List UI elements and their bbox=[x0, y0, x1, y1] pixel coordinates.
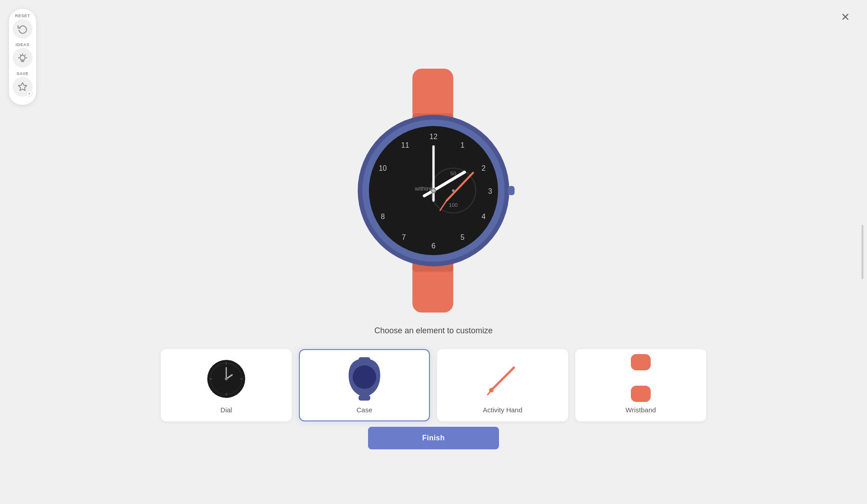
svg-text:11: 11 bbox=[401, 141, 409, 149]
dial-label: Dial bbox=[220, 406, 232, 414]
save-icon bbox=[18, 82, 28, 92]
svg-rect-48 bbox=[359, 395, 370, 401]
watch-area: 12 1 2 3 4 5 6 7 8 10 bbox=[125, 18, 742, 504]
cards-container: Dial Case bbox=[125, 349, 742, 421]
svg-line-3 bbox=[25, 55, 25, 55]
svg-text:7: 7 bbox=[402, 233, 406, 241]
main-container: ✕ RESET IDEAS bbox=[0, 0, 867, 504]
close-icon: ✕ bbox=[841, 11, 850, 23]
wristband-preview bbox=[618, 356, 663, 401]
svg-text:3: 3 bbox=[488, 187, 492, 195]
svg-text:100: 100 bbox=[449, 202, 458, 208]
svg-text:4: 4 bbox=[481, 212, 485, 220]
card-case[interactable]: Case bbox=[299, 349, 430, 421]
instruction-text: Choose an element to customize bbox=[374, 326, 493, 336]
svg-point-52 bbox=[489, 388, 494, 392]
svg-point-46 bbox=[225, 378, 228, 380]
ideas-icon bbox=[18, 53, 28, 63]
svg-text:2: 2 bbox=[481, 164, 485, 172]
reset-label: RESET bbox=[15, 14, 30, 18]
svg-rect-47 bbox=[359, 357, 370, 363]
ideas-label: IDEAS bbox=[15, 42, 29, 47]
finish-button[interactable]: Finish bbox=[368, 427, 499, 449]
sidebar-item-save: SAVE + bbox=[13, 71, 33, 97]
activity-hand-label: Activity Hand bbox=[483, 406, 522, 414]
scrollbar[interactable] bbox=[862, 225, 863, 279]
ideas-button[interactable] bbox=[13, 48, 33, 68]
svg-text:10: 10 bbox=[379, 164, 387, 172]
svg-text:50: 50 bbox=[450, 170, 456, 176]
sidebar: RESET IDEAS bbox=[9, 9, 36, 105]
card-dial[interactable]: Dial bbox=[161, 349, 292, 421]
svg-point-37 bbox=[432, 189, 435, 192]
watch-svg: 12 1 2 3 4 5 6 7 8 10 bbox=[334, 69, 533, 313]
svg-text:8: 8 bbox=[381, 212, 385, 220]
save-label: SAVE bbox=[17, 71, 29, 76]
svg-rect-13 bbox=[508, 186, 515, 195]
svg-line-1 bbox=[20, 55, 21, 55]
reset-button[interactable] bbox=[13, 19, 33, 39]
card-wristband[interactable]: Wristband bbox=[575, 349, 706, 421]
svg-rect-53 bbox=[631, 354, 651, 370]
svg-line-50 bbox=[491, 368, 514, 390]
close-button[interactable]: ✕ bbox=[837, 9, 853, 25]
watch-container: 12 1 2 3 4 5 6 7 8 10 bbox=[325, 64, 542, 317]
activity-hand-preview bbox=[480, 356, 525, 401]
sidebar-item-ideas: IDEAS bbox=[13, 42, 33, 68]
case-label: Case bbox=[356, 406, 372, 414]
dial-preview bbox=[204, 356, 249, 401]
svg-rect-54 bbox=[631, 386, 651, 402]
reset-icon bbox=[18, 24, 28, 34]
card-activity-hand[interactable]: Activity Hand bbox=[437, 349, 568, 421]
svg-text:1: 1 bbox=[461, 141, 465, 149]
finish-button-container: Finish bbox=[368, 427, 499, 449]
sidebar-item-reset: RESET bbox=[13, 14, 33, 39]
save-button[interactable]: + bbox=[13, 77, 33, 97]
save-badge: + bbox=[26, 90, 33, 97]
svg-text:6: 6 bbox=[432, 242, 436, 250]
svg-point-49 bbox=[353, 365, 376, 389]
wristband-label: Wristband bbox=[625, 406, 656, 414]
svg-marker-5 bbox=[19, 83, 27, 90]
svg-text:12: 12 bbox=[429, 132, 438, 140]
svg-text:5: 5 bbox=[461, 233, 465, 241]
case-preview bbox=[342, 356, 387, 401]
